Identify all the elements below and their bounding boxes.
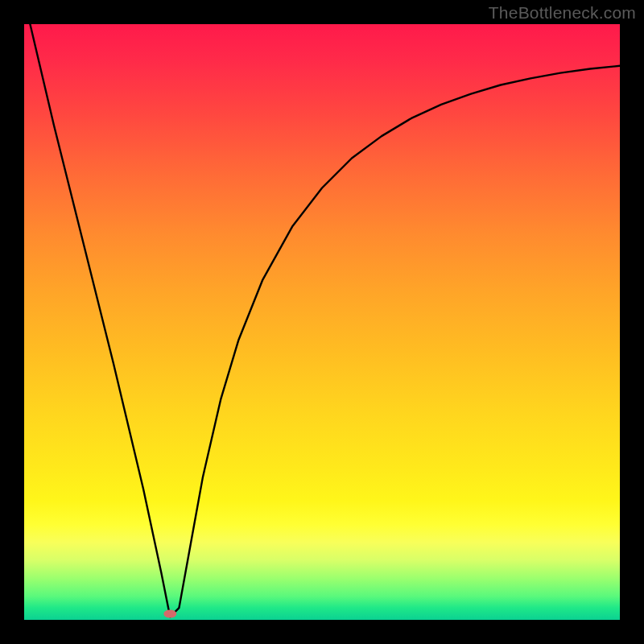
bottleneck-curve	[30, 24, 620, 617]
min-marker	[163, 610, 176, 618]
curve-layer	[24, 24, 620, 620]
attribution-label: TheBottleneck.com	[489, 3, 636, 23]
chart-frame: TheBottleneck.com	[0, 0, 644, 644]
